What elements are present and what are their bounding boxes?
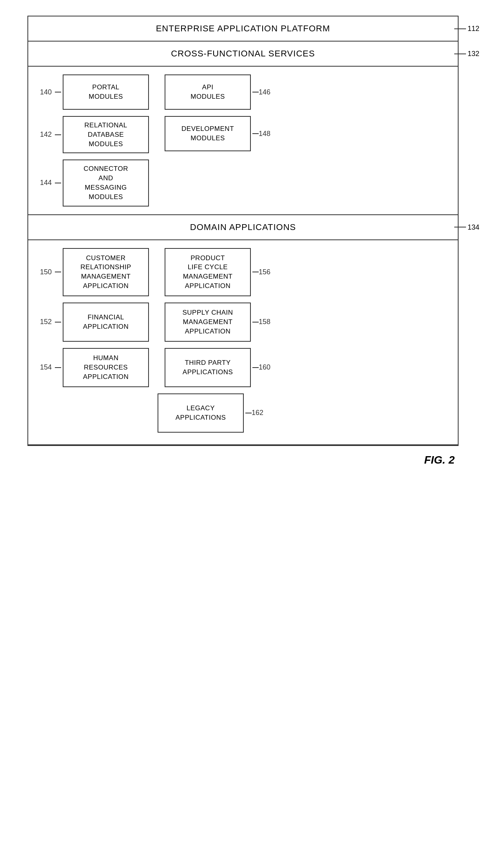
ref-132: 132 [454, 50, 479, 58]
crm-wrapper: 150 CUSTOMERRELATIONSHIPMANAGEMENTAPPLIC… [40, 248, 149, 296]
diagram-wrapper: ENTERPRISE APPLICATION PLATFORM 112 CROS… [27, 16, 459, 466]
domain-section: DOMAIN APPLICATIONS 134 150 CUSTOMERRELA… [28, 215, 458, 445]
ref-158: 158 [259, 318, 270, 326]
modules-row-1: 140 PORTALMODULES APIMODULES 146 [40, 74, 446, 110]
ref-152: 152 [40, 318, 52, 326]
cross-functional-section: CROSS-FUNCTIONAL SERVICES 132 140 PORTAL… [28, 42, 458, 215]
ref-156: 156 [259, 268, 270, 276]
enterprise-platform-border: ENTERPRISE APPLICATION PLATFORM 112 CROS… [27, 16, 459, 446]
connector-wrapper: 144 CONNECTORANDMESSAGINGMODULES [40, 159, 149, 206]
modules-row-3: 144 CONNECTORANDMESSAGINGMODULES [40, 159, 446, 206]
modules-area: 140 PORTALMODULES APIMODULES 146 [28, 67, 458, 214]
domain-applications-label: DOMAIN APPLICATIONS [190, 222, 296, 232]
ref-162: 162 [252, 409, 263, 417]
legacy-wrapper: LEGACYAPPLICATIONS 162 [158, 393, 267, 433]
ref-154: 154 [40, 363, 52, 371]
plm-wrapper: PRODUCTLIFE CYCLEMANAGEMENTAPPLICATION 1… [165, 248, 274, 296]
modules-row-2: 142 RELATIONALDATABASEMODULES DEVELOPMEN… [40, 116, 446, 153]
relational-db-box: RELATIONALDATABASEMODULES [63, 116, 149, 153]
hr-box: HUMANRESOURCESAPPLICATION [63, 348, 149, 387]
enterprise-platform-label: ENTERPRISE APPLICATION PLATFORM [156, 24, 330, 33]
api-modules-box: APIMODULES [165, 74, 251, 110]
legacy-box: LEGACYAPPLICATIONS [158, 393, 244, 433]
ref-112: 112 [454, 25, 479, 33]
ref-146: 146 [259, 88, 270, 96]
development-modules-box: DEVELOPMENTMODULES [165, 116, 251, 151]
connector-box: CONNECTORANDMESSAGINGMODULES [63, 159, 149, 206]
figure-label: FIG. 2 [27, 454, 459, 466]
ref-144: 144 [40, 179, 52, 187]
financial-wrapper: 152 FINANCIALAPPLICATION [40, 303, 149, 342]
development-modules-wrapper: DEVELOPMENTMODULES 148 [165, 116, 274, 151]
cross-functional-label: CROSS-FUNCTIONAL SERVICES [171, 49, 315, 58]
ref-142: 142 [40, 130, 52, 139]
apps-row-2: 152 FINANCIALAPPLICATION SUPPLY CHAINMAN… [40, 303, 446, 342]
apps-row-1: 150 CUSTOMERRELATIONSHIPMANAGEMENTAPPLIC… [40, 248, 446, 296]
apps-area: 150 CUSTOMERRELATIONSHIPMANAGEMENTAPPLIC… [28, 240, 458, 444]
relational-db-wrapper: 142 RELATIONALDATABASEMODULES [40, 116, 149, 153]
ref-150: 150 [40, 268, 52, 276]
ref-160: 160 [259, 363, 270, 371]
apps-row-4: LEGACYAPPLICATIONS 162 [40, 393, 446, 433]
portal-modules-box: PORTALMODULES [63, 74, 149, 110]
plm-box: PRODUCTLIFE CYCLEMANAGEMENTAPPLICATION [165, 248, 251, 296]
third-party-wrapper: THIRD PARTYAPPLICATIONS 160 [165, 348, 274, 387]
api-modules-wrapper: APIMODULES 146 [165, 74, 274, 110]
supply-chain-box: SUPPLY CHAINMANAGEMENTAPPLICATION [165, 303, 251, 342]
financial-box: FINANCIALAPPLICATION [63, 303, 149, 342]
portal-modules-wrapper: 140 PORTALMODULES [40, 74, 149, 110]
supply-chain-wrapper: SUPPLY CHAINMANAGEMENTAPPLICATION 158 [165, 303, 274, 342]
ref-134: 134 [454, 223, 479, 231]
crm-box: CUSTOMERRELATIONSHIPMANAGEMENTAPPLICATIO… [63, 248, 149, 296]
apps-row-3: 154 HUMANRESOURCESAPPLICATION THIRD PART… [40, 348, 446, 387]
third-party-box: THIRD PARTYAPPLICATIONS [165, 348, 251, 387]
ref-148: 148 [259, 130, 270, 138]
ref-140: 140 [40, 88, 52, 96]
hr-wrapper: 154 HUMANRESOURCESAPPLICATION [40, 348, 149, 387]
